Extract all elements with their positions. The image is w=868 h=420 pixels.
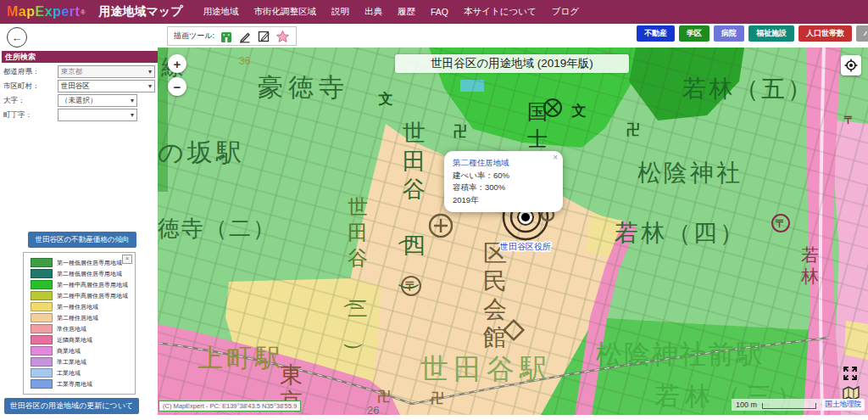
legend-row: 準工業地域 (31, 356, 135, 367)
form-row: 大字：（未選択）▾ (2, 93, 155, 108)
chevron-down-icon: ▾ (148, 82, 152, 90)
form-row: 都道府県：東京都▾ (2, 64, 155, 79)
select-value: （未選択） (61, 96, 97, 106)
nav-item[interactable]: 用途地域 (203, 6, 238, 18)
map-label: 豪徳寺 (258, 73, 349, 101)
map-label: 若林（四） (615, 220, 746, 246)
building-icon[interactable] (220, 30, 233, 43)
zoning-map-svg: 文卍卍文卍卍〒〒〒 豪徳寺の坂駅徳寺（二）世田谷（四）世田谷（三）区民会館世田谷… (158, 48, 868, 415)
quick-button[interactable]: ハザード (856, 25, 868, 42)
price-trend-button[interactable]: 世田谷区の不動産価格の傾向 (28, 232, 136, 248)
nav-item[interactable]: FAQ (431, 7, 448, 17)
legend-swatch (31, 368, 53, 378)
nav-item[interactable]: 履歴 (398, 6, 415, 18)
legend-swatch (31, 379, 53, 389)
target-icon (844, 59, 858, 72)
legend-row: 第一種中高層住居専用地域 (31, 279, 135, 290)
legend-rows: 第一種低層住居専用地域第二種低層住居専用地域第一種中高層住居専用地域第二種中高層… (31, 257, 135, 389)
nav-item[interactable]: 出典 (364, 6, 382, 18)
nav-item[interactable]: 説明 (331, 6, 349, 18)
zoom-out-button[interactable]: − (168, 77, 186, 96)
pencil-icon[interactable] (238, 30, 252, 43)
quick-button[interactable]: 人口世帯数 (798, 25, 852, 42)
map-symbol-卍: 卍 (378, 389, 391, 403)
legend-label: 第二種住居地域 (57, 314, 98, 322)
map-label: 徳寺（二） (158, 216, 276, 241)
legend-swatch (31, 346, 53, 356)
scale-bar-line (762, 403, 816, 409)
quick-button[interactable]: 不動産 (637, 25, 675, 42)
zoning-update-button[interactable]: 世田谷区の用途地域の更新について (4, 398, 139, 414)
field-label: 大字： (2, 96, 58, 106)
legend-swatch (31, 269, 53, 278)
field-select[interactable]: ▾ (58, 109, 137, 121)
floor-area-ratio: 容積率：300% (453, 182, 554, 194)
zoom-in-button[interactable]: + (168, 54, 186, 73)
map-canvas[interactable]: 文卍卍文卍卍〒〒〒 豪徳寺の坂駅徳寺（二）世田谷（四）世田谷（三）区民会館世田谷… (158, 48, 868, 415)
scale-label: 100 m (736, 400, 757, 409)
field-select[interactable]: （未選択）▾ (58, 94, 137, 107)
nav-menu: 用途地域市街化調整区域説明出典履歴FAQ本サイトについてブログ (203, 6, 579, 18)
zone-type-link[interactable]: 第二種住居地域 (453, 158, 509, 167)
map-label: 若林（五） (682, 76, 814, 102)
legend-swatch (31, 335, 53, 344)
memo-icon[interactable] (257, 30, 270, 43)
legend-row: 工業地域 (31, 367, 135, 378)
fullscreen-button[interactable] (842, 365, 859, 385)
legend-label: 準住居地域 (57, 325, 86, 333)
nav-item[interactable]: 本サイトについて (464, 6, 537, 18)
map-label: 26 (367, 404, 379, 415)
legend-label: 工業専用地域 (57, 380, 92, 389)
nav-item[interactable]: ブログ (552, 6, 579, 18)
field-select[interactable]: 世田谷区▾ (58, 80, 155, 92)
legend-row: 商業地域 (31, 345, 135, 356)
map-label: の坂駅 (158, 138, 245, 166)
chevron-down-icon: ▾ (131, 97, 134, 104)
legend-swatch (31, 357, 53, 367)
nav-item[interactable]: 市街化調整区域 (253, 6, 316, 18)
quick-button[interactable]: 福祉施設 (748, 25, 794, 42)
gsi-attribution-link[interactable]: 国土地理院 (822, 399, 865, 411)
top-navbar: MapExpert ® 用途地域マップ 用途地域市街化調整区域説明出典履歴FAQ… (0, 0, 868, 24)
legend-swatch (31, 280, 53, 289)
quick-button[interactable]: 学区 (679, 25, 709, 42)
legend-label: 第一種低層住居専用地域 (57, 259, 122, 267)
legend-row: 第二種住居地域 (31, 312, 135, 323)
map-title: 世田谷区の用途地域 (2019年版) (395, 54, 629, 73)
back-button[interactable]: ← (7, 27, 27, 48)
map-symbol-卍: 卍 (626, 122, 640, 137)
draw-tools-box: 描画ツール: (167, 26, 297, 46)
select-value: 東京都 (61, 67, 83, 77)
legend-row: 第一種低層住居専用地域 (31, 257, 135, 268)
mapexpert-logo[interactable]: MapExpert (7, 4, 80, 20)
coverage-ratio: 建ぺい率：60% (453, 170, 554, 182)
form-row: 市区町村：世田谷区▾ (2, 79, 155, 93)
registered-mark: ® (81, 9, 85, 15)
chevron-down-icon: ▾ (148, 68, 152, 76)
back-arrow-icon: ← (12, 31, 23, 44)
map-label: 上町駅 (198, 344, 284, 372)
map-toolbar: 描画ツール: 不動産学区病院福祉施設人口世帯数ハザード (158, 24, 868, 48)
address-search-header: 住所検索 (2, 51, 159, 63)
legend-row: 準住居地域 (31, 323, 135, 334)
legend-label: 商業地域 (57, 347, 81, 356)
map-symbol-文: 文 (571, 103, 587, 119)
chevron-down-icon: ▾ (131, 111, 134, 119)
field-label: 市区町村： (2, 81, 58, 92)
map-label: 世田谷駅 (420, 353, 553, 384)
star-icon[interactable] (275, 30, 290, 43)
popup-close-button[interactable]: × (553, 154, 558, 162)
legend-label: 第一種住居地域 (57, 303, 98, 311)
app-title: 用途地域マップ (98, 4, 182, 20)
mapexpert-attribution: (C) MapExpert - PC: E139°38'43.5 N35°38'… (159, 400, 301, 412)
quick-button[interactable]: 病院 (714, 25, 744, 42)
legend-swatch (31, 291, 53, 300)
field-label: 都道府県： (2, 67, 58, 77)
locate-button[interactable] (841, 55, 861, 76)
city-hall-marker-label: 世田谷区役所 (499, 242, 551, 251)
field-select[interactable]: 東京都▾ (58, 65, 155, 78)
zoning-legend: × 第一種低層住居専用地域第二種低層住居専用地域第一種中高層住居専用地域第二種中… (23, 252, 136, 395)
legend-close-button[interactable]: × (122, 255, 132, 264)
fullscreen-icon (842, 365, 859, 382)
legend-swatch (31, 258, 53, 267)
